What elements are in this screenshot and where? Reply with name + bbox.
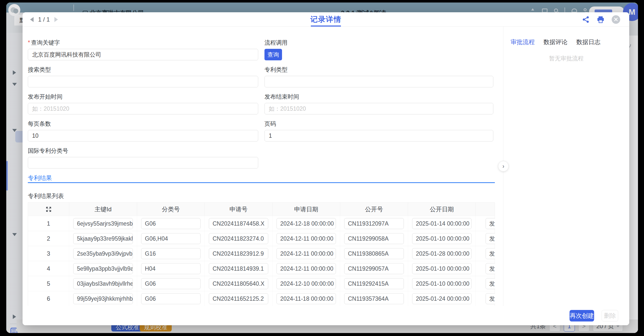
cell-input[interactable]: CN119299057A (344, 263, 404, 274)
cell-input[interactable]: 2024-12-10 00:00:00 (277, 278, 336, 289)
cell-input[interactable]: G16 (141, 248, 201, 259)
expand-table-cell[interactable] (28, 203, 69, 216)
cell-input[interactable]: G06 (141, 278, 201, 289)
keyword-input[interactable] (28, 49, 258, 60)
table-cell: CN202411652125.2 (205, 291, 272, 306)
table-cell: 2025-01-14 00:00:00 (408, 216, 476, 231)
cell-input[interactable]: CN119312097A (344, 218, 404, 229)
ipc-input[interactable] (28, 157, 258, 169)
cell-input[interactable]: CN202411823912.9 (209, 248, 268, 259)
row-index: 6 (28, 291, 69, 306)
print-icon[interactable] (597, 16, 605, 24)
cell-input[interactable]: 2024-12-11 00:00:00 (277, 248, 336, 259)
table-cell: 2024-12-10 00:00:00 (272, 276, 340, 291)
cell-input[interactable]: 99j59yej93jhkkmjrhhbyil (73, 293, 133, 304)
pub-end-label: 发布结束时间 (264, 94, 493, 100)
table-cell: 5kjaay9p33re959jkakh5e (69, 231, 137, 246)
table-caption: 专利结果列表 (28, 193, 495, 199)
cell-input[interactable]: H04 (141, 263, 201, 274)
cell-input[interactable]: G06 (141, 218, 201, 229)
pub-start-input[interactable] (28, 103, 258, 114)
page-no-label: 页码 (264, 121, 493, 127)
recreate-button[interactable]: 再次创建 (570, 310, 594, 321)
table-cell: 6ejvsy55arjrs39jmesbhhl (69, 216, 137, 231)
table-cell: CN202411823274.0 (205, 231, 272, 246)
tab-data-comments[interactable]: 数据评论 (543, 38, 568, 46)
cell-input[interactable]: 5e9llypa3ppb3vjjvlb9akv (73, 263, 133, 274)
tab-patent-results[interactable]: 专利结果 (28, 175, 495, 181)
column-header: 主键Id (69, 203, 137, 216)
delete-button[interactable]: 删除 (602, 310, 618, 321)
cell-input[interactable]: CN119292415A (344, 278, 404, 289)
close-icon[interactable] (612, 15, 620, 24)
collapse-panel-button[interactable]: › (498, 161, 509, 172)
query-button[interactable]: 查询 (264, 49, 282, 60)
modal-footer: 再次创建 删除 (23, 306, 629, 325)
share-icon[interactable] (582, 16, 590, 23)
row-index: 1 (28, 216, 69, 231)
cell-input[interactable]: 2024-12-11 00:00:00 (277, 263, 336, 274)
row-index: 3 (28, 246, 69, 261)
process-label: 流程调用 (264, 40, 493, 46)
table-row: 16ejvsy55arjrs39jmesbhhlG06CN20241187445… (28, 216, 495, 231)
cell-input[interactable]: G06 (141, 293, 201, 304)
table-cell: 03jiaybsl3avh9bjvllrheap (69, 276, 137, 291)
column-header-clipped (476, 203, 495, 216)
tab-data-logs[interactable]: 数据日志 (576, 38, 600, 46)
cell-input[interactable]: 6ejvsy55arjrs39jmesbhhl (73, 218, 133, 229)
patent-type-input[interactable] (264, 76, 493, 87)
cell-input[interactable]: CN119299058A (344, 233, 404, 244)
pub-end-input[interactable] (264, 103, 493, 114)
page-size-input[interactable] (28, 130, 258, 141)
table-body: 16ejvsy55arjrs39jmesbhhlG06CN20241187445… (28, 216, 495, 306)
cell-input[interactable]: 2025-01-24 00:00:00 (412, 293, 472, 304)
cell-input[interactable]: CN119357364A (344, 293, 404, 304)
cell-input[interactable]: 2025-01-10 00:00:00 (412, 233, 472, 244)
modal-body: *查询关键字 流程调用 查询 搜索类型 专利类型 (23, 27, 629, 306)
cell-input[interactable]: 发明公 (486, 263, 495, 274)
cell-input[interactable]: 发明公 (486, 218, 495, 229)
cell-input[interactable]: 2025-01-14 00:00:00 (412, 218, 472, 229)
cell-input[interactable]: 发明公 (486, 233, 495, 244)
cell-input[interactable]: 2025-01-28 00:00:00 (412, 248, 472, 259)
table-cell: 发明公 (476, 261, 495, 276)
cell-input[interactable]: 5kjaay9p33re959jkakh5e (73, 233, 133, 244)
cell-input[interactable]: 发明公 (486, 248, 495, 259)
table-cell: 2se35yba9vp3i9vjpvb55l (69, 246, 137, 261)
cell-input[interactable]: CN202411814939.1 (209, 263, 268, 274)
tab-approval-flow[interactable]: 审批流程 (511, 38, 535, 46)
cell-input[interactable]: 2se35yba9vp3i9vjpvb55l (73, 248, 133, 259)
table-row: 32se35yba9vp3i9vjpvb55lG16CN202411823912… (28, 246, 495, 261)
cell-input[interactable]: CN202411823274.0 (209, 233, 268, 244)
required-star: * (28, 39, 30, 46)
cell-input[interactable]: CN202411652125.2 (209, 293, 268, 304)
table-cell: 发明公 (476, 216, 495, 231)
cell-input[interactable]: CN202411805640.X (209, 278, 268, 289)
patent-type-field: 专利类型 (264, 67, 493, 87)
cell-input[interactable]: CN202411874458.X (209, 218, 268, 229)
table-cell: 发明公 (476, 291, 495, 306)
row-index: 2 (28, 231, 69, 246)
cell-input[interactable]: G06,H04 (141, 233, 201, 244)
chevron-right-icon: › (502, 163, 504, 170)
page-no-field: 页码 (264, 121, 493, 141)
section-underline (28, 182, 495, 183)
pub-end-field: 发布结束时间 (264, 94, 493, 114)
cell-input[interactable]: 2024-11-18 00:00:00 (277, 293, 336, 304)
cell-input[interactable]: 2025-01-10 00:00:00 (412, 278, 472, 289)
header-actions (582, 12, 620, 27)
table-cell: 2025-01-10 00:00:00 (408, 276, 476, 291)
page-no-input[interactable] (264, 130, 493, 141)
cell-input[interactable]: 发明公 (486, 293, 495, 304)
cell-input[interactable]: 03jiaybsl3avh9bjvllrheap (73, 278, 133, 289)
cell-input[interactable]: 发明公 (486, 278, 495, 289)
search-type-input[interactable] (28, 76, 258, 87)
table-cell: CN119299058A (340, 231, 408, 246)
cell-input[interactable]: CN119380865A (344, 248, 404, 259)
cell-input[interactable]: 2025-01-10 00:00:00 (412, 263, 472, 274)
table-cell: CN202411823912.9 (205, 246, 272, 261)
cell-input[interactable]: 2024-12-11 00:00:00 (277, 233, 336, 244)
ipc-label: 国际专利分类号 (28, 148, 258, 154)
cell-input[interactable]: 2024-12-18 00:00:00 (277, 218, 336, 229)
table-cell: 2024-12-11 00:00:00 (272, 246, 340, 261)
